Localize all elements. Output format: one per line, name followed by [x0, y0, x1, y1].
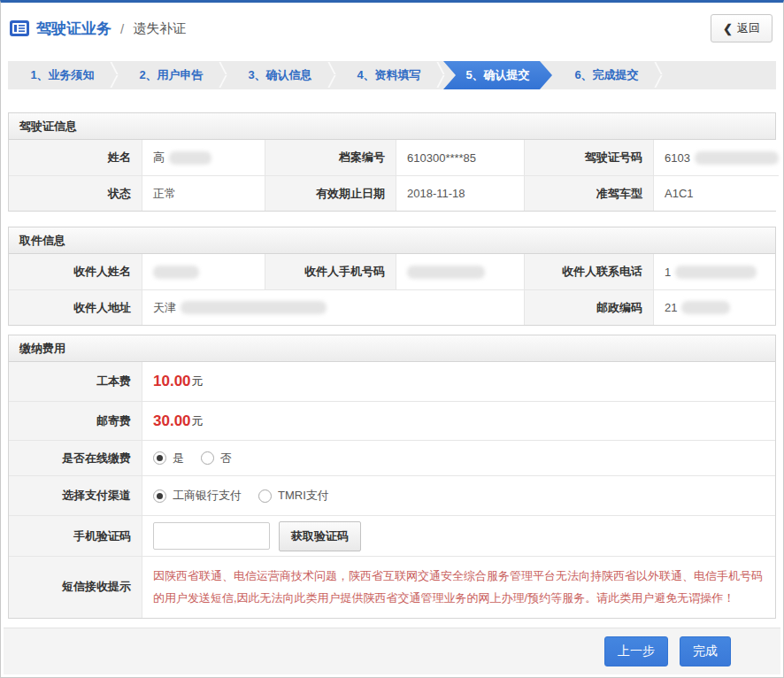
radio-channel-icbc-label: 工商银行支付 [173, 488, 242, 504]
sms-code-label: 手机验证码 [9, 515, 142, 556]
name-value-text: 高 [153, 150, 165, 166]
sms-notice-row: 因陕西省联通、电信运营商技术问题，陕西省互联网交通安全综合服务管理平台无法向持陕… [142, 556, 775, 618]
file-number-value: 610300****85 [396, 140, 524, 175]
step-separator-icon [649, 61, 661, 89]
radio-dot [157, 493, 163, 499]
steps-bar: 1、业务须知 2、用户申告 3、确认信息 4、资料填写 5、确认提交 6、完成提… [8, 61, 776, 89]
redacted-value [407, 266, 485, 279]
recipient-address-value: 天津 [142, 289, 524, 325]
step-5-confirm-submit-active[interactable]: 5、确认提交 [443, 61, 552, 89]
online-pay-options: 是 否 [142, 440, 775, 475]
name-value: 高 [142, 140, 265, 175]
footer-bar: 上一步 完成 [4, 628, 780, 674]
radio-channel-icbc[interactable] [153, 489, 166, 503]
channel-label: 选择支付渠道 [9, 475, 142, 515]
radio-online-pay-no-label: 否 [220, 451, 232, 466]
sms-code-input[interactable] [153, 522, 270, 550]
section-title: 取件信息 [9, 227, 775, 254]
redacted-value [675, 266, 757, 279]
production-fee-amount: 10.00 [153, 373, 191, 390]
postage-fee-value: 30.00 元 [142, 401, 775, 440]
license-info-table: 姓名 高 档案编号 610300****85 驾驶证号码 6103 状态 正常 … [9, 140, 775, 211]
recipient-mobile-label: 收件人手机号码 [265, 254, 396, 289]
step-6-complete-submit[interactable]: 6、完成提交 [552, 61, 661, 89]
postage-fee-amount: 30.00 [153, 412, 191, 430]
redacted-value [153, 266, 199, 279]
previous-step-button[interactable]: 上一步 [604, 636, 668, 666]
step-label: 4、资料填写 [357, 67, 420, 83]
payment-table: 工本费 10.00 元 邮寄费 30.00 元 是否在线缴费 是 否 选择支付渠… [9, 362, 775, 618]
license-number-text: 6103 [665, 151, 690, 165]
recipient-phone-text: 1 [665, 266, 671, 279]
recipient-name-label: 收件人姓名 [9, 254, 142, 289]
name-label: 姓名 [9, 140, 142, 175]
back-button-label: 返回 [737, 20, 760, 36]
radio-online-pay-yes[interactable] [153, 451, 166, 465]
radio-channel-tmri-label: TMRI支付 [278, 488, 329, 504]
license-number-value: 6103 [653, 140, 779, 175]
redacted-value [169, 151, 211, 165]
step-1-business-notice[interactable]: 1、业务须知 [8, 61, 117, 89]
online-pay-label: 是否在线缴费 [9, 440, 142, 475]
page: 驾驶证业务 / 遗失补证 ❮ 返回 1、业务须知 2、用户申告 3、确认信息 4… [0, 0, 784, 678]
postal-code-value: 21 [653, 289, 775, 325]
radio-online-pay-no[interactable] [201, 451, 214, 465]
expiry-label: 有效期止日期 [265, 175, 396, 211]
sms-notice-text: 因陕西省联通、电信运营商技术问题，陕西省互联网交通安全综合服务管理平台无法向持陕… [142, 557, 775, 618]
sms-notice-label: 短信接收提示 [9, 556, 142, 618]
recipient-phone-value: 1 [653, 254, 775, 289]
chevron-left-icon: ❮ [723, 22, 733, 35]
section-title: 缴纳费用 [9, 335, 775, 362]
finish-button[interactable]: 完成 [680, 636, 731, 666]
step-label: 5、确认提交 [465, 67, 529, 83]
back-button[interactable]: ❮ 返回 [711, 14, 772, 42]
radio-channel-tmri[interactable] [258, 489, 272, 503]
license-info-section: 驾驶证信息 姓名 高 档案编号 610300****85 驾驶证号码 6103 … [8, 112, 776, 212]
step-label: 3、确认信息 [248, 67, 311, 83]
step-label: 2、用户申告 [139, 67, 203, 83]
step-separator-icon [213, 61, 226, 89]
step-4-fill-data[interactable]: 4、资料填写 [334, 61, 443, 89]
recipient-mobile-value [396, 254, 524, 289]
postage-fee-label: 邮寄费 [9, 401, 142, 440]
breadcrumb: 驾驶证业务 / 遗失补证 [10, 19, 186, 39]
channel-options: 工商银行支付 TMRI支付 [142, 475, 775, 515]
page-title: 驾驶证业务 [36, 19, 111, 39]
recipient-phone-label: 收件人联系电话 [524, 254, 653, 289]
production-fee-value: 10.00 元 [142, 362, 775, 401]
recipient-address-label: 收件人地址 [9, 289, 142, 325]
step-separator-icon [104, 61, 117, 89]
license-number-label: 驾驶证号码 [524, 140, 653, 175]
redacted-value [681, 301, 730, 314]
vehicle-class-label: 准驾车型 [524, 175, 653, 211]
status-label: 状态 [9, 175, 142, 211]
step-3-confirm-info[interactable]: 3、确认信息 [226, 61, 334, 89]
postal-code-label: 邮政编码 [524, 289, 653, 325]
get-code-button[interactable]: 获取验证码 [279, 521, 361, 551]
radio-dot [157, 455, 163, 461]
file-number-label: 档案编号 [265, 140, 396, 175]
status-value: 正常 [142, 175, 265, 211]
step-label: 6、完成提交 [574, 67, 638, 83]
step-2-user-declaration[interactable]: 2、用户申告 [117, 61, 226, 89]
postal-code-text: 21 [665, 301, 677, 314]
pickup-info-table: 收件人姓名 收件人手机号码 收件人联系电话 1 收件人地址 天津 邮政编码 21 [9, 254, 775, 325]
breadcrumb-separator: / [120, 21, 124, 36]
fee-unit: 元 [192, 374, 204, 389]
production-fee-label: 工本费 [9, 362, 142, 401]
redacted-value [181, 301, 327, 314]
step-separator-icon [431, 61, 443, 89]
recipient-address-text: 天津 [153, 300, 176, 316]
pickup-info-section: 取件信息 收件人姓名 收件人手机号码 收件人联系电话 1 收件人地址 天津 邮政… [8, 227, 776, 326]
form-list-icon [10, 20, 29, 36]
recipient-name-value [142, 254, 265, 289]
section-title: 驾驶证信息 [9, 113, 775, 140]
payment-section: 缴纳费用 工本费 10.00 元 邮寄费 30.00 元 是否在线缴费 是 否 … [8, 335, 776, 619]
fee-unit: 元 [192, 413, 204, 429]
step-label: 1、业务须知 [30, 67, 94, 83]
header: 驾驶证业务 / 遗失补证 ❮ 返回 [1, 3, 783, 54]
vehicle-class-value: A1C1 [653, 175, 779, 211]
redacted-value [695, 151, 779, 165]
sms-code-row: 获取验证码 [142, 515, 775, 556]
radio-online-pay-yes-label: 是 [173, 451, 184, 466]
